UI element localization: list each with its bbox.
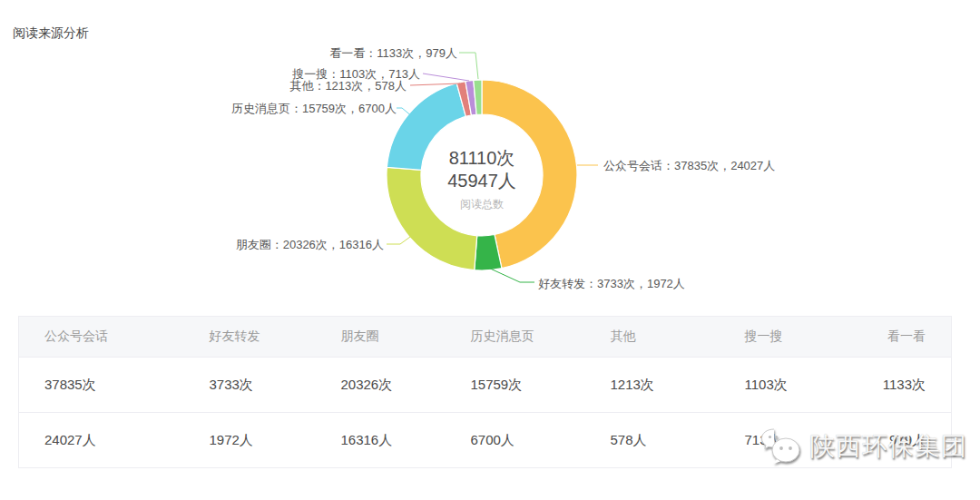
pie-label-top-stories: 看一看：1133次，979人 [329, 45, 457, 62]
pie-slice-历史消息页[interactable] [387, 83, 466, 171]
cell-readers-session: 24027人 [19, 413, 184, 468]
cell-reads-session: 37835次 [19, 358, 184, 413]
col-header-search: 搜一搜 [720, 317, 856, 358]
pie-label-official-account-session: 公众号会话：37835次，24027人 [603, 158, 775, 174]
cell-reads-top-stories: 1133次 [856, 358, 952, 413]
col-header-session: 公众号会话 [19, 317, 184, 358]
read-source-analysis-page: 阅读来源分析 81110次 45947人 阅读总数 看一看：1133次，979人… [0, 0, 980, 500]
pie-label-other: 其他：1213次，578人 [289, 78, 407, 94]
leader-line-top-stories [459, 53, 478, 79]
leader-line-moments [387, 237, 410, 244]
col-header-top-stories: 看一看 [856, 317, 952, 358]
cell-reads-search: 1103次 [720, 358, 856, 413]
col-header-other: 其他 [585, 317, 720, 358]
pie-slice-朋友圈[interactable] [387, 167, 477, 270]
pie-label-friend-forward: 好友转发：3733次，1972人 [538, 276, 685, 292]
col-header-history: 历史消息页 [446, 317, 585, 358]
cell-reads-moments: 20326次 [316, 358, 446, 413]
col-header-forward: 好友转发 [184, 317, 316, 358]
pie-label-history-page: 历史消息页：15759次，6700人 [231, 101, 397, 117]
leader-line-search [423, 74, 469, 81]
table-row-reads: 37835次 3733次 20326次 15759次 1213次 1103次 1… [19, 358, 952, 413]
cell-readers-moments: 16316人 [316, 413, 446, 468]
pie-label-moments: 朋友圈：20326次，16316人 [236, 237, 384, 253]
cell-reads-other: 1213次 [585, 358, 720, 413]
cell-reads-history: 15759次 [446, 358, 585, 413]
wechat-logo-icon [759, 426, 804, 466]
watermark: 陕西环保集团 [759, 426, 967, 466]
donut-chart [0, 0, 980, 313]
cell-readers-history: 6700人 [446, 413, 585, 468]
donut-slices [387, 80, 577, 270]
table-header-row: 公众号会话 好友转发 朋友圈 历史消息页 其他 搜一搜 看一看 [19, 317, 952, 358]
cell-readers-forward: 1972人 [184, 413, 316, 468]
watermark-text: 陕西环保集团 [809, 429, 967, 464]
cell-reads-forward: 3733次 [184, 358, 316, 413]
col-header-moments: 朋友圈 [316, 317, 446, 358]
cell-readers-other: 578人 [585, 413, 720, 468]
